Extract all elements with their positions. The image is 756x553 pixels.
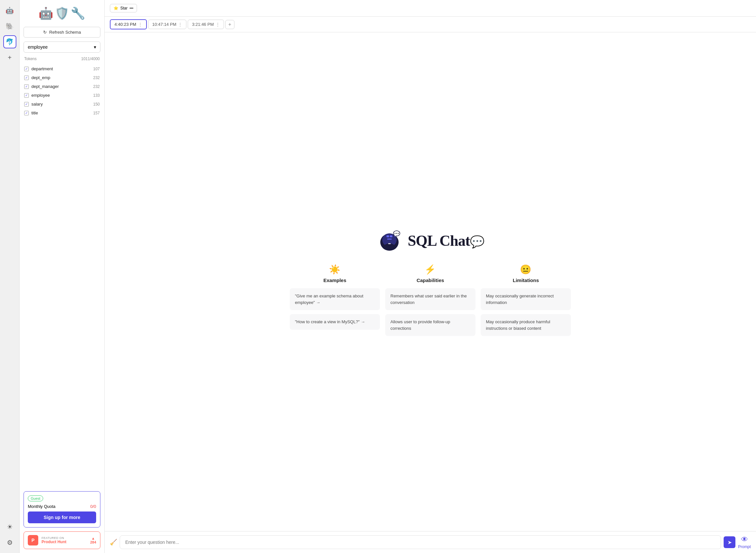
star-label: Star bbox=[120, 6, 128, 10]
capabilities-column: ⚡ Capabilities Remembers what user said … bbox=[385, 264, 475, 336]
icon-bar: 🤖 🐘 🐬 + ☀ ⚙ bbox=[0, 0, 20, 553]
db-name: employee bbox=[28, 45, 48, 50]
table-item[interactable]: ✓ dept_manager 232 bbox=[23, 83, 100, 90]
table-count-dept-manager: 232 bbox=[93, 84, 100, 89]
table-name-department: department bbox=[31, 66, 53, 71]
product-hunt-logo: P bbox=[28, 535, 38, 546]
tab-3-label: 3:21:46 PM bbox=[192, 22, 214, 27]
guest-card: Guest Monthly Quota 0/0 Sign up for more bbox=[23, 491, 100, 528]
table-list: ✓ department 107 ✓ dept_emp 232 ✓ dept_m… bbox=[23, 65, 100, 117]
send-button[interactable]: ➤ bbox=[724, 536, 735, 548]
table-item[interactable]: ✓ salary 150 bbox=[23, 100, 100, 108]
postgres-nav-item[interactable]: 🐘 bbox=[3, 20, 16, 33]
tab-2-more-icon[interactable]: ⋮ bbox=[178, 22, 182, 27]
limitations-column: 😐 Limitations May occasionally generate … bbox=[481, 264, 571, 336]
clear-chat-icon[interactable]: 🧹 bbox=[110, 539, 117, 546]
ph-votes: ▲ 284 bbox=[90, 536, 96, 544]
capabilities-header: ⚡ Capabilities bbox=[417, 264, 444, 283]
capability-card-2: Allows user to provide follow-up correct… bbox=[385, 314, 475, 336]
quota-label: Monthly Quota bbox=[28, 504, 56, 509]
capability-card-1: Remembers what user said earlier in the … bbox=[385, 288, 475, 310]
refresh-label: Refresh Schema bbox=[49, 30, 81, 34]
svg-rect-3 bbox=[386, 235, 389, 237]
examples-column: ☀️ Examples "Give me an example schema a… bbox=[290, 264, 380, 336]
example-card-1[interactable]: "Give me an example schema about employe… bbox=[290, 288, 380, 310]
add-tab-button[interactable]: + bbox=[225, 20, 234, 29]
ph-vote-count: 284 bbox=[90, 540, 96, 544]
quota-row: Monthly Quota 0/0 bbox=[28, 504, 96, 509]
svg-point-9 bbox=[394, 233, 395, 234]
table-item[interactable]: ✓ department 107 bbox=[23, 65, 100, 73]
eye-icon: 👁 bbox=[741, 535, 748, 544]
table-item[interactable]: ✓ title 157 bbox=[23, 109, 100, 117]
tokens-value: 1011/4000 bbox=[81, 57, 100, 61]
tabs-bar: 4:40:23 PM ⋮ 10:47:14 PM ⋮ 3:21:46 PM ⋮ … bbox=[105, 17, 756, 32]
send-arrow-icon: ➤ bbox=[728, 539, 732, 546]
table-count-department: 107 bbox=[93, 67, 100, 71]
brand-robot-icon bbox=[376, 228, 402, 254]
svg-rect-5 bbox=[387, 239, 392, 240]
sidebar-spacer bbox=[23, 121, 100, 487]
ph-name-label: Product Hunt bbox=[42, 540, 87, 544]
refresh-icon: ↻ bbox=[43, 30, 47, 34]
signup-button[interactable]: Sign up for more bbox=[28, 511, 96, 523]
add-nav-item[interactable]: + bbox=[3, 51, 16, 64]
svg-point-10 bbox=[396, 233, 397, 234]
chat-input-bar: 🧹 ➤ 👁 Prompt bbox=[105, 531, 756, 553]
svg-point-11 bbox=[398, 233, 399, 234]
main-area: ⭐ Star 4:40:23 PM ⋮ 10:47:14 PM ⋮ 3:21:4… bbox=[105, 0, 756, 553]
welcome-section: SQL Chat💬 ☀️ Examples "Give me an exampl… bbox=[290, 228, 571, 336]
ph-featured-label: FEATURED ON bbox=[42, 536, 87, 540]
table-item[interactable]: ✓ dept_emp 232 bbox=[23, 74, 100, 81]
tokens-label: Tokens bbox=[24, 57, 36, 61]
table-checkbox-salary[interactable]: ✓ bbox=[24, 102, 29, 106]
table-checkbox-department[interactable]: ✓ bbox=[24, 67, 29, 71]
limitations-header: 😐 Limitations bbox=[513, 264, 539, 283]
table-checkbox-dept-emp[interactable]: ✓ bbox=[24, 76, 29, 80]
table-name-title: title bbox=[31, 110, 38, 115]
tab-3-more-icon[interactable]: ⋮ bbox=[216, 22, 220, 27]
table-name-employee: employee bbox=[31, 93, 50, 98]
table-count-dept-emp: 232 bbox=[93, 76, 100, 80]
table-checkbox-employee[interactable]: ✓ bbox=[24, 93, 29, 98]
theme-toggle-item[interactable]: ☀ bbox=[3, 520, 16, 533]
examples-header: ☀️ Examples bbox=[323, 264, 346, 283]
table-count-title: 157 bbox=[93, 111, 100, 115]
brand-logo: SQL Chat💬 bbox=[376, 228, 484, 254]
chat-input[interactable] bbox=[120, 535, 721, 549]
tab-2[interactable]: 10:47:14 PM ⋮ bbox=[148, 20, 187, 29]
star-button[interactable]: ⭐ Star bbox=[110, 4, 137, 12]
product-hunt-text: FEATURED ON Product Hunt bbox=[42, 536, 87, 544]
table-count-employee: 133 bbox=[93, 93, 100, 98]
chat-area: SQL Chat💬 ☀️ Examples "Give me an exampl… bbox=[105, 32, 756, 531]
prompt-button[interactable]: 👁 Prompt bbox=[738, 535, 751, 549]
tokens-row: Tokens 1011/4000 bbox=[23, 57, 100, 61]
sidebar-logo: 🤖 🛡️ 🔧 bbox=[23, 4, 100, 23]
star-icon: ⭐ bbox=[114, 6, 119, 10]
tab-1[interactable]: 4:40:23 PM ⋮ bbox=[110, 19, 147, 29]
limitations-title: Limitations bbox=[513, 278, 539, 283]
tab-3[interactable]: 3:21:46 PM ⋮ bbox=[188, 20, 224, 29]
features-grid: ☀️ Examples "Give me an example schema a… bbox=[290, 264, 571, 336]
table-checkbox-dept-manager[interactable]: ✓ bbox=[24, 84, 29, 89]
tab-1-label: 4:40:23 PM bbox=[115, 22, 136, 27]
table-checkbox-title[interactable]: ✓ bbox=[24, 111, 29, 115]
tab-1-more-icon[interactable]: ⋮ bbox=[138, 22, 142, 27]
refresh-schema-button[interactable]: ↻ Refresh Schema bbox=[23, 27, 100, 37]
table-name-dept-emp: dept_emp bbox=[31, 75, 50, 80]
sidebar: 🤖 🛡️ 🔧 ↻ Refresh Schema employee ▾ Token… bbox=[20, 0, 105, 553]
tab-2-label: 10:47:14 PM bbox=[152, 22, 176, 27]
examples-title: Examples bbox=[323, 278, 346, 283]
example-card-2[interactable]: "How to create a view in MySQL?" → bbox=[290, 314, 380, 330]
table-item[interactable]: ✓ employee 133 bbox=[23, 91, 100, 99]
svg-rect-4 bbox=[390, 235, 392, 237]
mysql-nav-item[interactable]: 🐬 bbox=[3, 35, 16, 49]
table-name-dept-manager: dept_manager bbox=[31, 84, 59, 89]
robot-nav-item[interactable]: 🤖 bbox=[3, 4, 16, 17]
table-name-salary: salary bbox=[31, 102, 43, 106]
database-selector[interactable]: employee ▾ bbox=[23, 42, 100, 53]
product-hunt-banner[interactable]: P FEATURED ON Product Hunt ▲ 284 bbox=[23, 532, 100, 549]
settings-nav-item[interactable]: ⚙ bbox=[3, 536, 16, 549]
table-count-salary: 150 bbox=[93, 102, 100, 106]
logo-images: 🤖 🛡️ 🔧 bbox=[39, 7, 85, 20]
